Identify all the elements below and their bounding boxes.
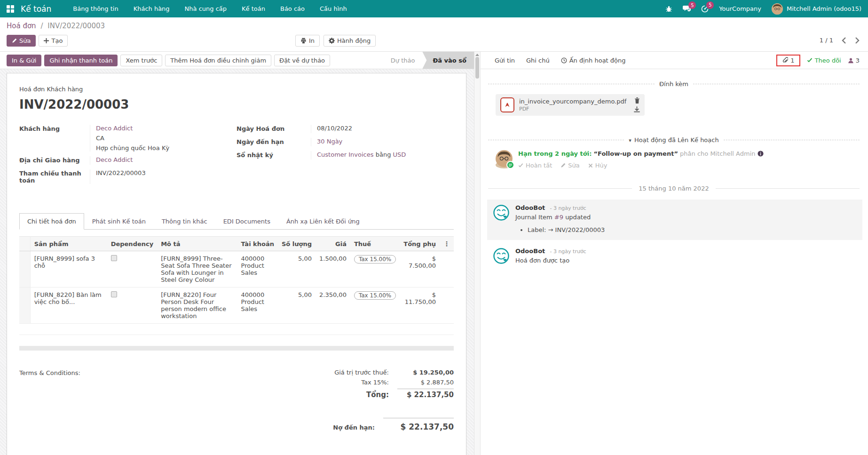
- payment-terms-link[interactable]: 30 Ngày: [317, 138, 342, 145]
- statusbar-button[interactable]: Xem trước: [120, 55, 162, 66]
- cell-price: 1.500,00: [316, 251, 350, 287]
- check-icon: [518, 163, 523, 168]
- activities-icon[interactable]: 5: [701, 5, 709, 13]
- log-note-button[interactable]: Ghi chú: [521, 55, 554, 66]
- pager-value: 1 / 1: [820, 37, 833, 44]
- cell-subtotal: $ 11.750,00: [400, 287, 440, 324]
- col-subtotal: Tổng phụ: [400, 237, 440, 251]
- table-footer-band: [19, 346, 454, 351]
- pdf-file-icon: [500, 97, 514, 112]
- debug-bug-icon[interactable]: [665, 5, 672, 12]
- statusbar-state[interactable]: Dự thảo: [383, 52, 423, 69]
- journal-link[interactable]: Customer Invoices: [317, 151, 374, 158]
- tab-4[interactable]: Ánh xạ Liên kết Đối ứng: [278, 213, 368, 230]
- follow-button[interactable]: Theo dõi: [807, 57, 841, 64]
- form-scrollbar[interactable]: [474, 52, 481, 455]
- schedule-activity-button[interactable]: Ấn định hoạt động: [556, 55, 631, 66]
- company-switcher[interactable]: YourCompany: [719, 5, 761, 12]
- pager-previous-icon[interactable]: [842, 37, 846, 44]
- odoobot-avatar: [493, 247, 510, 264]
- print-button[interactable]: In: [295, 35, 320, 47]
- journal-item-link[interactable]: #9: [554, 214, 563, 221]
- apps-grid-icon[interactable]: [7, 5, 14, 13]
- dependency-checkbox[interactable]: [111, 255, 117, 261]
- attachments-button[interactable]: 1: [776, 55, 800, 66]
- top-navbar: Kế toán Bảng thông tinKhách hàngNhà cung…: [0, 0, 868, 17]
- send-message-button[interactable]: Gửi tin: [490, 55, 520, 66]
- edit-button[interactable]: Sửa: [7, 35, 36, 47]
- col-product: Sản phẩm: [30, 237, 107, 251]
- currency-link[interactable]: USD: [393, 151, 406, 158]
- chatter-panel: Gửi tin Ghi chú Ấn định hoạt động 1 Theo…: [481, 52, 868, 455]
- optional-columns-icon[interactable]: ⋮: [443, 240, 450, 247]
- statusbar-button[interactable]: In & Gửi: [7, 55, 41, 66]
- breadcrumb-parent-link[interactable]: Hoá đơn: [7, 22, 36, 30]
- message-author[interactable]: OdooBot: [515, 204, 545, 211]
- empty-table-row: [19, 324, 454, 335]
- cell-tax: Tax 15.00%: [350, 251, 400, 287]
- col-description: Mô tả: [157, 237, 237, 251]
- tab-3[interactable]: EDI Documents: [215, 213, 278, 230]
- document-type-label: Hoá đơn Khách hàng: [19, 86, 454, 93]
- activity-email-badge-icon: [506, 161, 514, 169]
- customer-link[interactable]: Deco Addict: [96, 125, 133, 132]
- messages-icon[interactable]: 5: [683, 5, 691, 12]
- dependency-checkbox[interactable]: [111, 291, 117, 297]
- nav-menu-item[interactable]: Khách hàng: [126, 0, 177, 17]
- statusbar-button[interactable]: Ghi nhận thanh toán: [44, 55, 118, 66]
- delivery-address-link[interactable]: Deco Addict: [96, 156, 133, 163]
- due-date-label: Ngày đến hạn: [237, 138, 311, 146]
- statusbar-state[interactable]: Đã vào sổ: [422, 52, 474, 69]
- app-name[interactable]: Kế toán: [21, 4, 51, 14]
- activity-done-button[interactable]: Hoàn tất: [518, 162, 552, 169]
- activity-cancel-button[interactable]: Hủy: [588, 162, 608, 169]
- cell-price: 2.350,00: [316, 287, 350, 324]
- tab-1[interactable]: Phát sinh Kế toán: [84, 213, 154, 230]
- invoice-date-label: Ngày Hoá đơn: [237, 125, 311, 133]
- gear-icon: [329, 38, 335, 44]
- statusbar-button[interactable]: Thêm Hoá đơn điều chỉnh giảm: [165, 55, 271, 66]
- scrollbar-up-icon[interactable]: [475, 54, 479, 56]
- activity-edit-button[interactable]: Sửa: [560, 162, 579, 169]
- user-menu[interactable]: Mitchell Admin (odoo15): [772, 3, 861, 15]
- delete-attachment-icon[interactable]: [634, 97, 640, 104]
- row-handle[interactable]: [19, 287, 30, 324]
- create-button[interactable]: Tạo: [39, 35, 68, 47]
- action-button[interactable]: Hành động: [324, 35, 376, 47]
- activity-info-icon[interactable]: [758, 151, 764, 157]
- message-author[interactable]: OdooBot: [515, 247, 545, 255]
- row-handle[interactable]: [19, 251, 30, 287]
- clock-icon: [561, 57, 567, 64]
- printer-icon: [300, 38, 307, 44]
- breadcrumb-current: INV/2022/00003: [47, 22, 105, 30]
- user-name: Mitchell Admin (odoo15): [787, 5, 861, 12]
- nav-menu-item[interactable]: Cấu hình: [312, 0, 355, 17]
- nav-menu-item[interactable]: Bảng thông tin: [65, 0, 126, 17]
- scrollbar-thumb[interactable]: [475, 57, 479, 79]
- nav-menu-item[interactable]: Báo cáo: [273, 0, 312, 17]
- nav-menu-item[interactable]: Nhà cung cấp: [177, 0, 234, 17]
- tab-2[interactable]: Thông tin khác: [154, 213, 215, 230]
- pager-next-icon[interactable]: [855, 37, 860, 44]
- followers-button[interactable]: 3: [848, 57, 860, 64]
- customer-label: Khách hàng: [19, 125, 90, 152]
- statusbar-button[interactable]: Đặt về dự thảo: [274, 55, 330, 66]
- tax-tag: Tax 15.00%: [354, 291, 396, 300]
- attachment-card[interactable]: in_invoice_yourcompany_demo.pdf PDF: [496, 94, 645, 116]
- attachment-filename[interactable]: in_invoice_yourcompany_demo.pdf: [519, 98, 626, 105]
- activity-due: Hạn trong 2 ngày tới:: [518, 150, 592, 157]
- planned-activities-section-title[interactable]: ▾ Hoạt động đã Lên Kế hoạch: [488, 136, 860, 144]
- col-account: Tài khoản: [237, 237, 278, 251]
- nav-menu-item[interactable]: Kế toán: [234, 0, 273, 17]
- total-label: Tổng:: [366, 391, 389, 399]
- odoobot-avatar: [493, 204, 510, 221]
- tab-0[interactable]: Chi tiết hoá đơn: [19, 213, 84, 230]
- untaxed-label: Giá trị trước thuế:: [334, 369, 389, 376]
- download-attachment-icon[interactable]: [634, 106, 640, 112]
- cell-product: [FURN_8220] Bàn làm việc cho bố...: [30, 287, 107, 324]
- cell-subtotal: $ 7.500,00: [400, 251, 440, 287]
- payment-reference-value: INV/2022/00003: [90, 169, 237, 184]
- attachments-section-title: Đính kèm: [488, 80, 860, 88]
- totals-block: Giá trị trước thuế: $ 19.250,00 Tax 15%:…: [303, 367, 454, 433]
- invoice-number-title: INV/2022/00003: [19, 97, 454, 112]
